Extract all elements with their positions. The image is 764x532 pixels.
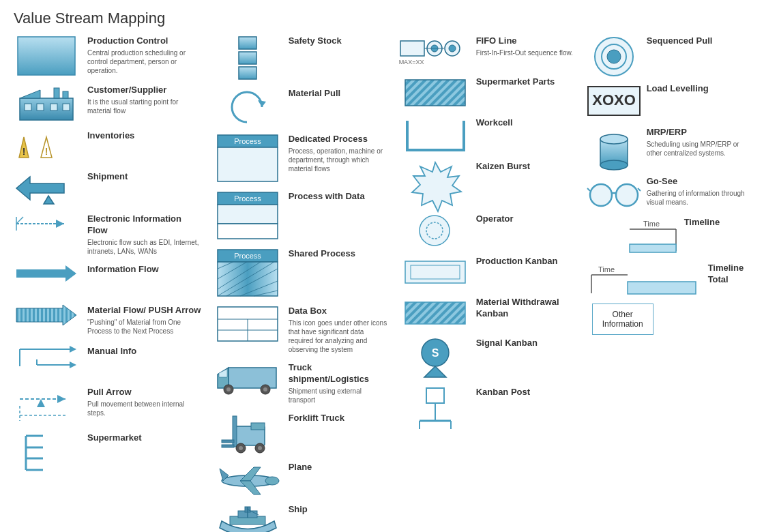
svg-marker-25 — [70, 346, 76, 353]
svg-rect-79 — [251, 423, 265, 430]
signal-kanban-text: Signal Kanban — [476, 338, 578, 349]
timeline-title: Timeline — [684, 217, 752, 228]
sequenced-pull-icon — [593, 35, 635, 75]
plane-icon-area — [214, 462, 282, 496]
process-with-data-icon-area: Process — [214, 191, 282, 240]
operator-icon — [416, 213, 454, 248]
svg-marker-100 — [412, 162, 461, 211]
item-dedicated-process: Process Dedicated Process Process, opera… — [214, 134, 390, 183]
production-kanban-title: Production Kanban — [476, 256, 578, 267]
customer-supplier-text: Customer/Supplier It is the usual starti… — [87, 85, 203, 115]
timeline-icon: Time — [589, 217, 677, 254]
manual-info-icon-area — [12, 346, 80, 379]
operator-icon-area — [401, 213, 469, 248]
supermarket-text: Supermarket — [87, 432, 203, 444]
svg-point-123 — [600, 160, 628, 170]
mrp-erp-icon — [590, 127, 638, 168]
svg-marker-22 — [16, 305, 76, 325]
workcell-title: Workcell — [476, 117, 578, 129]
item-sequenced-pull: Sequenced Pull — [589, 35, 752, 75]
item-material-pull: Material Pull — [214, 88, 390, 125]
kaizen-burst-icon — [408, 161, 462, 205]
dedicated-process-icon-area: Process — [214, 134, 282, 183]
supermarket-parts-icon — [404, 76, 467, 109]
mrp-erp-title: MRP/ERP — [647, 127, 752, 138]
kanban-post-icon — [414, 387, 456, 429]
svg-text:Process: Process — [234, 194, 261, 203]
material-pull-text: Material Pull — [289, 88, 390, 100]
data-box-desc: This icon goes under other icons that ha… — [289, 319, 390, 354]
electronic-info-flow-text: Electronic Information Flow Electronic f… — [87, 213, 203, 256]
material-flow-push-icon — [16, 305, 76, 325]
svg-text:Process: Process — [234, 137, 261, 145]
ship-icon — [216, 504, 279, 532]
forklift-truck-title: Forklift Truck — [289, 413, 390, 424]
timeline-total-text: Timeline Total — [708, 263, 752, 286]
production-kanban-icon-area — [401, 256, 469, 289]
svg-rect-64 — [229, 368, 276, 388]
svg-point-76 — [239, 446, 243, 450]
timeline-total-title: Timeline Total — [708, 263, 752, 286]
material-withdrawal-kanban-icon — [404, 297, 467, 329]
item-ship: Ship — [214, 504, 390, 532]
material-flow-push-icon-area — [12, 305, 80, 325]
timeline-text: Timeline — [684, 217, 752, 228]
production-control-icon-area — [12, 35, 80, 76]
go-see-text: Go-See Gathering of information through … — [647, 176, 752, 207]
supermarket-parts-title: Supermarket Parts — [476, 76, 578, 88]
material-withdrawal-kanban-text: Material Withdrawal Kanban — [476, 297, 578, 320]
item-information-flow: Information Flow — [12, 264, 203, 297]
electronic-info-flow-icon — [16, 213, 76, 234]
material-pull-icon-area — [214, 88, 282, 125]
main-content: Production Control Central production sc… — [0, 33, 764, 532]
plane-text: Plane — [289, 462, 390, 473]
svg-point-125 — [616, 184, 638, 206]
svg-rect-7 — [50, 104, 57, 110]
operator-title: Operator — [476, 213, 578, 225]
signal-kanban-title: Signal Kanban — [476, 338, 578, 349]
svg-point-68 — [226, 387, 231, 391]
workcell-text: Workcell — [476, 117, 578, 129]
svg-marker-16 — [56, 220, 64, 228]
svg-marker-14 — [44, 196, 54, 204]
operator-text: Operator — [476, 213, 578, 225]
process-with-data-title: Process with Data — [289, 191, 390, 203]
item-plane: Plane — [214, 462, 390, 496]
production-control-text: Production Control Central production sc… — [87, 35, 203, 75]
svg-rect-45 — [218, 147, 278, 181]
svg-rect-111 — [426, 388, 444, 403]
page-title: Value Stream Mapping — [0, 0, 764, 33]
other-information-icon-area: Other Information — [589, 304, 657, 335]
kanban-post-title: Kanban Post — [476, 387, 578, 398]
svg-rect-8 — [63, 104, 70, 110]
svg-rect-74 — [222, 445, 234, 447]
item-truck-shipment: Truck shipment/Logistics Shipment using … — [214, 362, 390, 404]
pull-arrow-title: Pull Arrow — [87, 387, 203, 398]
svg-point-101 — [420, 216, 450, 246]
item-signal-kanban: S Signal Kanban — [401, 338, 578, 379]
svg-rect-5 — [25, 104, 31, 110]
truck-shipment-icon-area — [214, 362, 282, 398]
svg-rect-48 — [218, 205, 278, 224]
svg-line-18 — [16, 217, 23, 224]
column-1: Production Control Central production sc… — [7, 33, 208, 532]
process-with-data-text: Process with Data — [289, 191, 390, 203]
kaizen-burst-title: Kaizen Burst — [476, 161, 578, 173]
svg-rect-39 — [239, 37, 256, 49]
svg-marker-19 — [16, 265, 76, 282]
production-kanban-icon — [404, 256, 467, 289]
item-production-kanban: Production Kanban — [401, 256, 578, 289]
manual-info-title: Manual Info — [87, 346, 203, 357]
svg-text:MAX=XX: MAX=XX — [399, 59, 424, 65]
svg-rect-103 — [405, 261, 465, 283]
svg-rect-136 — [628, 282, 696, 294]
dedicated-process-title: Dedicated Process — [289, 134, 390, 145]
item-timeline: Time Timeline — [589, 217, 752, 254]
fifo-line-icon-area: MAX=XX — [401, 35, 469, 66]
inventories-icon-area: ! ! — [12, 130, 80, 161]
svg-rect-49 — [218, 224, 278, 239]
mrp-erp-desc: Scheduling using MRP/ERP or other centra… — [647, 140, 752, 158]
kanban-post-text: Kanban Post — [476, 387, 578, 398]
item-manual-info: Manual Info — [12, 346, 203, 379]
information-flow-text: Information Flow — [87, 264, 203, 276]
